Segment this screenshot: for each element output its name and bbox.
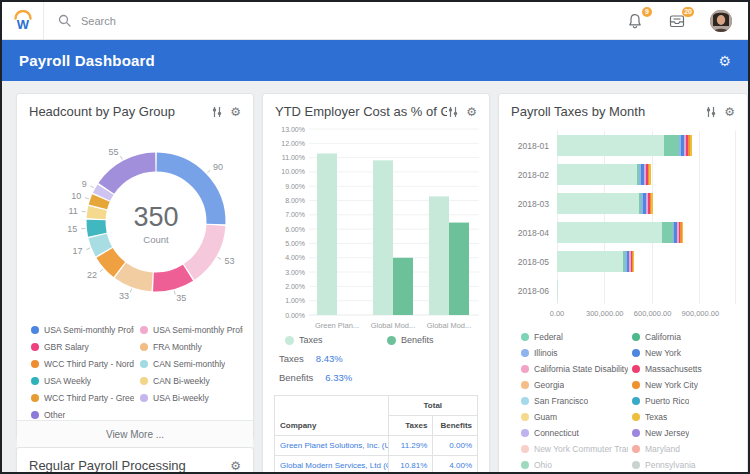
- legend-item[interactable]: USA Bi-weekly: [140, 393, 243, 403]
- chart-settings-icon[interactable]: [705, 106, 717, 118]
- legend-label: Guam: [534, 412, 557, 422]
- legend-item[interactable]: USA Semi-monthly Professi...: [31, 325, 134, 335]
- ytd-gear-icon[interactable]: ⚙: [466, 106, 477, 118]
- bar-segment[interactable]: [557, 135, 664, 156]
- headcount-donut-chart[interactable]: 905335332217151110955350Count: [17, 123, 253, 321]
- legend-dot: [387, 336, 396, 345]
- donut-segment[interactable]: [98, 198, 101, 207]
- y-axis-tick: 4.00%: [285, 254, 305, 261]
- bar-segment[interactable]: [557, 280, 558, 301]
- legend-item[interactable]: Maryland: [632, 444, 739, 454]
- taxes-bar[interactable]: [429, 196, 449, 315]
- notifications-button[interactable]: 9: [626, 12, 644, 30]
- legend-item[interactable]: New York: [632, 348, 739, 358]
- legend-item[interactable]: Benefits: [387, 335, 489, 345]
- legend-item[interactable]: GBR Salary: [31, 342, 134, 352]
- legend-item[interactable]: California: [632, 332, 739, 342]
- stacked-bar[interactable]: [557, 222, 735, 243]
- search-input[interactable]: [79, 14, 399, 28]
- legend-item[interactable]: Connecticut: [521, 428, 628, 438]
- legend-item[interactable]: Puerto Rico: [632, 396, 739, 406]
- donut-segment[interactable]: [96, 208, 98, 218]
- legend-item[interactable]: New York Commuter Transp...: [521, 444, 628, 454]
- legend-item[interactable]: New York City: [632, 380, 739, 390]
- company-link[interactable]: Green Planet Solutions, Inc. (USA): [280, 441, 388, 450]
- bar-segment[interactable]: [633, 251, 634, 272]
- bar-segment[interactable]: [649, 164, 650, 185]
- stacked-bar[interactable]: [557, 251, 735, 272]
- taxes-stat-label: Taxes: [279, 353, 304, 364]
- donut-segment[interactable]: [105, 253, 120, 270]
- legend-item[interactable]: Other: [31, 410, 134, 420]
- legend-item[interactable]: WCC Third Party - Nordics: [31, 359, 134, 369]
- legend-item[interactable]: Federal: [521, 332, 628, 342]
- legend-item[interactable]: Massachusetts: [632, 364, 739, 374]
- inbox-button[interactable]: 20: [668, 12, 686, 30]
- taxes-bar[interactable]: [373, 160, 393, 315]
- stacked-bar[interactable]: [557, 280, 735, 301]
- legend-item[interactable]: Georgia: [521, 380, 628, 390]
- bar-segment[interactable]: [664, 135, 679, 156]
- chart-settings-icon[interactable]: [211, 106, 223, 118]
- legend-item[interactable]: California State Disability In...: [521, 364, 628, 374]
- legend-label: New York Commuter Transp...: [534, 444, 628, 454]
- bell-icon: [626, 12, 644, 30]
- legend-item[interactable]: WCC Third Party - Green Pla...: [31, 393, 134, 403]
- bar-segment[interactable]: [557, 222, 662, 243]
- legend-item[interactable]: FRA Monthly: [140, 342, 243, 352]
- taxes-stat-value[interactable]: 8.43%: [316, 353, 343, 364]
- dashboard-settings-gear-icon[interactable]: ⚙: [718, 54, 731, 68]
- legend-item[interactable]: Texas: [632, 412, 739, 422]
- benefits-bar[interactable]: [449, 223, 469, 315]
- legend-item[interactable]: Taxes: [285, 335, 387, 345]
- stacked-bar[interactable]: [557, 193, 735, 214]
- legend-item[interactable]: San Francisco: [521, 396, 628, 406]
- chart-settings-icon[interactable]: [447, 106, 459, 118]
- legend-item[interactable]: USA Semi-monthly Professi...: [140, 325, 243, 335]
- workday-logo[interactable]: W: [2, 2, 44, 39]
- benefits-stat-label: Benefits: [279, 372, 313, 383]
- bar-segment[interactable]: [557, 193, 639, 214]
- taxes-bar[interactable]: [317, 153, 337, 315]
- benefits-bar[interactable]: [393, 258, 413, 315]
- bar-segment[interactable]: [557, 251, 623, 272]
- donut-segment[interactable]: [96, 220, 97, 235]
- stacked-bar[interactable]: [557, 135, 735, 156]
- legend-item[interactable]: CAN Semi-monthly: [140, 359, 243, 369]
- profile-avatar[interactable]: [710, 10, 732, 32]
- taxes-value-link[interactable]: 10.81%: [400, 461, 427, 470]
- legend-item[interactable]: Pennsylvania: [632, 460, 739, 470]
- stacked-bar[interactable]: [557, 164, 735, 185]
- bar-segment[interactable]: [651, 193, 652, 214]
- regular-payroll-gear-icon[interactable]: ⚙: [230, 460, 241, 472]
- bar-segment[interactable]: [557, 164, 637, 185]
- left-column: Headcount by Pay Group ⚙ 905335332217151…: [16, 93, 254, 474]
- legend-item[interactable]: Guam: [521, 412, 628, 422]
- payroll-taxes-chart[interactable]: 2018-012018-022018-032018-042018-052018-…: [499, 131, 737, 320]
- donut-segment[interactable]: [189, 225, 216, 272]
- view-more-button[interactable]: View More ...: [17, 420, 253, 448]
- legend-dot: [140, 326, 148, 334]
- company-link[interactable]: Global Modern Services, Ltd (Canada): [280, 461, 388, 470]
- benefits-value-link[interactable]: 0.00%: [449, 441, 472, 450]
- donut-segment[interactable]: [153, 273, 188, 282]
- ytd-bar-chart[interactable]: 0.00%1.00%2.00%3.00%4.00%5.00%6.00%7.00%…: [263, 123, 489, 333]
- payroll-taxes-gear-icon[interactable]: ⚙: [724, 106, 735, 118]
- bar-segment[interactable]: [682, 222, 683, 243]
- legend-item[interactable]: Ohio: [521, 460, 628, 470]
- taxes-value-link[interactable]: 11.29%: [401, 441, 428, 450]
- legend-item[interactable]: New Jersey: [632, 428, 739, 438]
- legend-item[interactable]: USA Weekly: [31, 376, 134, 386]
- donut-segment[interactable]: [102, 190, 106, 197]
- bar-segment[interactable]: [690, 135, 691, 156]
- headcount-gear-icon[interactable]: ⚙: [230, 106, 241, 118]
- benefits-stat-value[interactable]: 6.33%: [325, 372, 352, 383]
- donut-segment[interactable]: [106, 162, 155, 188]
- legend-item[interactable]: CAN Bi-weekly: [140, 376, 243, 386]
- legend-item[interactable]: Illinois: [521, 348, 628, 358]
- benefits-value-link[interactable]: 4.00%: [449, 461, 472, 470]
- bar-segment[interactable]: [662, 222, 672, 243]
- donut-segment-value: 90: [213, 162, 223, 172]
- donut-segment[interactable]: [98, 236, 104, 252]
- donut-segment[interactable]: [120, 270, 152, 282]
